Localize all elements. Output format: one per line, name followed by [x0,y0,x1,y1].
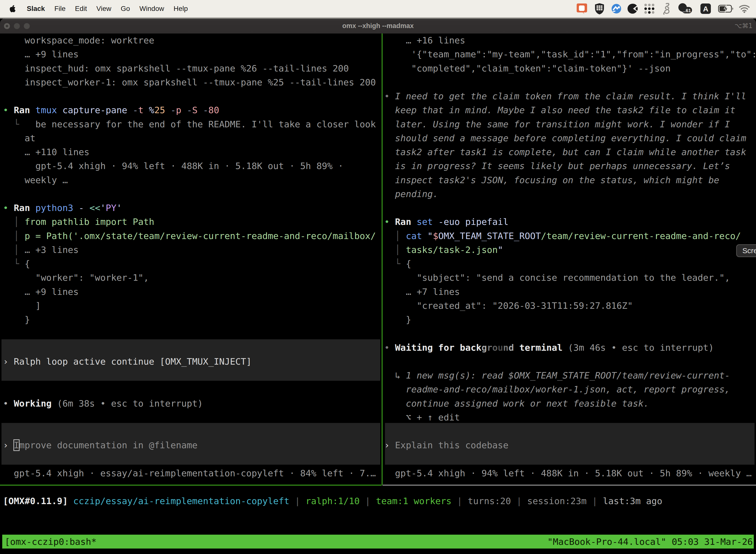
terminal-line: ⌥ + ↑ edit [384,410,756,425]
terminal-line: gpt-5.4 xhigh · essay/ai-reimplementatio… [3,466,381,480]
terminal-line: … +7 lines [384,285,756,299]
terminal-line: • Working (6m 38s • esc to interrupt) [3,397,381,410]
sync-circle-icon[interactable] [608,3,625,14]
window-titlebar[interactable]: omx --xhigh --madmax ⌥⌘1 [0,18,756,34]
terminal-line: ] [3,299,381,313]
terminal-line: "subject": "send a concise recommendatio… [384,271,756,285]
svg-text:A: A [703,5,708,13]
terminal-line: └ be necessary for the end of the README… [3,117,381,131]
pane-divider[interactable] [382,34,382,485]
window-title: omx --xhigh --madmax [0,18,756,34]
terminal-line: › Explain this codebase [384,438,756,452]
terminal-line: │ tasks/task-2.json" [384,243,756,257]
right-pane-bottom-border [382,485,756,486]
terminal-line: gpt-5.4 xhigh · 94% left · 488K in · 5.1… [384,466,756,480]
terminal-line: "worker": "worker-1", [3,271,381,285]
terminal-line: weekly … [3,173,381,187]
terminal-line: │ … +3 lines [3,243,381,257]
terminal-line: gpt-5.4 xhigh · 94% left · 488K in · 5.1… [3,159,381,173]
count-badge-label: ..61 [683,8,691,13]
terminal-content[interactable]: workspace_mode: worktree … +9 lines insp… [0,34,756,554]
terminal-line: │ cat "$OMX_TEAM_STATE_ROOT/team/review-… [384,229,756,243]
menu-item-window[interactable]: Window [139,5,164,13]
terminal-line: '{"team_name":"my-team","task_id":"1","f… [384,47,756,61]
terminal-line [384,452,756,466]
terminal-line [384,327,756,340]
terminal-line [3,327,381,340]
terminal-line: • Ran python3 - <<'PY' [3,201,381,215]
menu-items: FileEditViewGoWindowHelp [45,5,188,13]
terminal-line: workspace_mode: worktree [3,34,381,47]
screen-sharing-label: Scre [742,246,756,255]
terminal-line: • Ran tmux capture-pane -t %25 -p -S -80 [3,103,381,117]
terminal-line: └ { [384,257,756,271]
terminal-line [3,341,381,355]
terminal-line [3,452,381,466]
terminal-line: inspect_hud: omx sparkshell --tmux-pane … [3,62,381,75]
terminal-line [384,355,756,369]
terminal-line: • Waiting for background terminal (3m 46… [384,341,756,355]
omx-status-line: [OMX#0.11.9] cczip/essay/ai-reimplementa… [3,494,662,508]
dots-grid-icon[interactable] [640,3,658,14]
terminal-line: … +9 lines [3,285,381,299]
left-pane[interactable]: workspace_mode: worktree … +9 lines insp… [3,34,381,480]
right-pane[interactable]: … +16 lines '{"team_name":"my-team","tas… [384,34,756,480]
chat-app-icon[interactable] [573,3,591,14]
menu-item-go[interactable]: Go [121,5,130,13]
shutter-circle-icon[interactable] [625,3,640,14]
battery-charging-icon[interactable] [716,4,737,13]
terminal-line: ↳ 1 new msg(s): read $OMX_TEAM_STATE_ROO… [384,369,756,383]
terminal-line: inspect_worker-1: omx sparkshell --tmux-… [3,75,381,89]
screen-sharing-button[interactable]: Scre [736,244,756,257]
terminal-line: pending. [384,187,756,201]
tmux-status-bar: [omx-cczip0:bash* "MacBook-Pro-44.local"… [2,535,754,549]
menu-item-view[interactable]: View [97,5,111,13]
terminal-line [384,425,756,438]
menu-bar: Slack FileEditViewGoWindowHelp ..61 A [0,0,756,17]
terminal-line [3,425,381,438]
wifi-icon[interactable] [737,4,752,13]
terminal-line: task2 after task1 is complete, but can I… [384,145,756,159]
terminal-line [3,89,381,103]
terminal-window: omx --xhigh --madmax ⌥⌘1 workspace_mode:… [0,18,756,554]
terminal-line: } [384,313,756,327]
terminal-line: "created_at": "2026-03-31T11:59:27.816Z" [384,299,756,313]
terminal-line: } [3,313,381,327]
terminal-line: … +9 lines [3,47,381,61]
tmux-host-clock: "MacBook-Pro-44.local" 05:03 31-Mar-26 [548,536,753,547]
menu-app-name[interactable]: Slack [27,5,45,13]
count-badge-icon[interactable]: ..61 [674,3,695,14]
terminal-line: "completed","claim_token":"claim-token"}… [384,62,756,75]
terminal-line: inspect task2's JSON, focusing on the st… [384,173,756,187]
terminal-line: keep that in mind. Maybe I also need the… [384,103,756,117]
terminal-line: │ p = Path('.omx/state/team/review-curre… [3,229,381,243]
terminal-line: … +16 lines [384,34,756,47]
terminal-line: › Ralph loop active continue [OMX_TMUX_I… [3,355,381,369]
terminal-line: is in progress? It seems likely but perh… [384,159,756,173]
menu-status-icons: ..61 A [573,3,752,15]
menu-item-file[interactable]: File [54,5,65,13]
shield-grid-icon[interactable] [591,3,608,14]
window-shortcut-badge: ⌥⌘1 [735,18,753,34]
terminal-line [384,75,756,89]
terminal-line [384,201,756,215]
terminal-line [3,410,381,425]
terminal-line [3,369,381,383]
terminal-line: … +110 lines [3,145,381,159]
apple-logo-icon[interactable] [9,4,16,13]
terminal-line [3,383,381,396]
terminal-line: later. Using the same for transition mig… [384,117,756,131]
menu-item-help[interactable]: Help [174,5,188,13]
left-pane-bottom-border [0,485,382,486]
terminal-line: continue assigned work or next feasible … [384,397,756,410]
terminal-line [3,187,381,201]
keyboard-input-icon[interactable]: A [695,3,716,14]
terminal-line: readme-and-reco/mailbox/worker-1.json, a… [384,383,756,396]
menu-item-edit[interactable]: Edit [75,5,87,13]
terminal-line: at [3,131,381,145]
terminal-line: └ { [3,257,381,271]
terminal-line: › Improve documentation in @filename [3,438,381,452]
terminal-line: • I need to get the claim token from the… [384,89,756,103]
dragon-icon[interactable] [658,3,674,15]
terminal-line: should send a message before completing … [384,131,756,145]
